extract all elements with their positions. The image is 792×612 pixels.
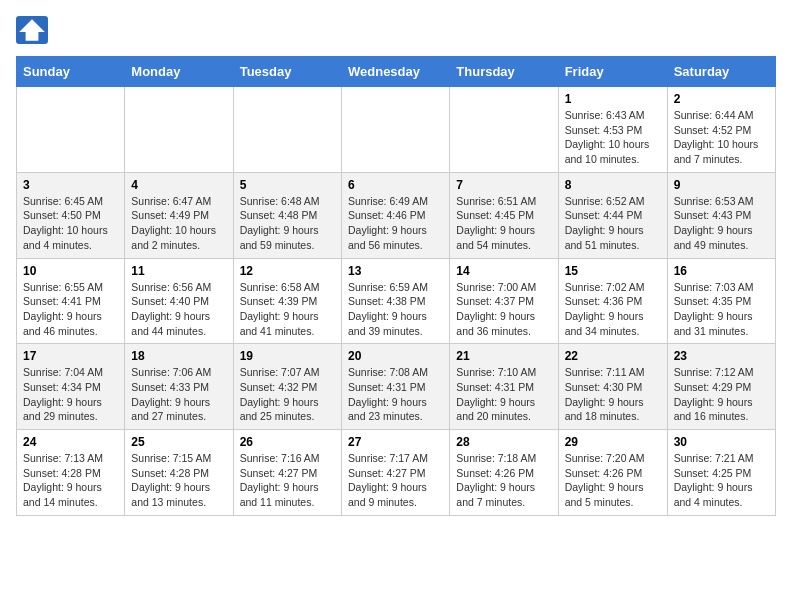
calendar-cell xyxy=(450,87,558,173)
week-row-3: 17Sunrise: 7:04 AM Sunset: 4:34 PM Dayli… xyxy=(17,344,776,430)
calendar-cell: 21Sunrise: 7:10 AM Sunset: 4:31 PM Dayli… xyxy=(450,344,558,430)
day-number: 22 xyxy=(565,349,661,363)
day-info: Sunrise: 7:20 AM Sunset: 4:26 PM Dayligh… xyxy=(565,451,661,510)
day-info: Sunrise: 7:04 AM Sunset: 4:34 PM Dayligh… xyxy=(23,365,118,424)
day-info: Sunrise: 6:59 AM Sunset: 4:38 PM Dayligh… xyxy=(348,280,443,339)
day-number: 4 xyxy=(131,178,226,192)
day-info: Sunrise: 6:58 AM Sunset: 4:39 PM Dayligh… xyxy=(240,280,335,339)
header-thursday: Thursday xyxy=(450,57,558,87)
calendar-cell: 13Sunrise: 6:59 AM Sunset: 4:38 PM Dayli… xyxy=(341,258,449,344)
calendar-cell xyxy=(233,87,341,173)
day-number: 6 xyxy=(348,178,443,192)
day-number: 13 xyxy=(348,264,443,278)
week-row-2: 10Sunrise: 6:55 AM Sunset: 4:41 PM Dayli… xyxy=(17,258,776,344)
day-info: Sunrise: 7:08 AM Sunset: 4:31 PM Dayligh… xyxy=(348,365,443,424)
day-info: Sunrise: 7:06 AM Sunset: 4:33 PM Dayligh… xyxy=(131,365,226,424)
day-info: Sunrise: 7:12 AM Sunset: 4:29 PM Dayligh… xyxy=(674,365,769,424)
calendar-cell: 1Sunrise: 6:43 AM Sunset: 4:53 PM Daylig… xyxy=(558,87,667,173)
day-info: Sunrise: 7:16 AM Sunset: 4:27 PM Dayligh… xyxy=(240,451,335,510)
day-info: Sunrise: 6:51 AM Sunset: 4:45 PM Dayligh… xyxy=(456,194,551,253)
day-info: Sunrise: 6:55 AM Sunset: 4:41 PM Dayligh… xyxy=(23,280,118,339)
day-info: Sunrise: 7:02 AM Sunset: 4:36 PM Dayligh… xyxy=(565,280,661,339)
calendar-cell: 23Sunrise: 7:12 AM Sunset: 4:29 PM Dayli… xyxy=(667,344,775,430)
day-info: Sunrise: 6:53 AM Sunset: 4:43 PM Dayligh… xyxy=(674,194,769,253)
calendar-cell xyxy=(341,87,449,173)
calendar-cell: 27Sunrise: 7:17 AM Sunset: 4:27 PM Dayli… xyxy=(341,430,449,516)
day-number: 3 xyxy=(23,178,118,192)
header-tuesday: Tuesday xyxy=(233,57,341,87)
day-info: Sunrise: 6:47 AM Sunset: 4:49 PM Dayligh… xyxy=(131,194,226,253)
day-number: 8 xyxy=(565,178,661,192)
calendar-header-row: SundayMondayTuesdayWednesdayThursdayFrid… xyxy=(17,57,776,87)
day-info: Sunrise: 7:17 AM Sunset: 4:27 PM Dayligh… xyxy=(348,451,443,510)
day-number: 16 xyxy=(674,264,769,278)
day-number: 28 xyxy=(456,435,551,449)
day-number: 20 xyxy=(348,349,443,363)
day-info: Sunrise: 7:13 AM Sunset: 4:28 PM Dayligh… xyxy=(23,451,118,510)
page-header xyxy=(16,16,776,44)
calendar-cell: 14Sunrise: 7:00 AM Sunset: 4:37 PM Dayli… xyxy=(450,258,558,344)
calendar-cell: 10Sunrise: 6:55 AM Sunset: 4:41 PM Dayli… xyxy=(17,258,125,344)
day-info: Sunrise: 6:44 AM Sunset: 4:52 PM Dayligh… xyxy=(674,108,769,167)
day-info: Sunrise: 6:48 AM Sunset: 4:48 PM Dayligh… xyxy=(240,194,335,253)
calendar-cell: 3Sunrise: 6:45 AM Sunset: 4:50 PM Daylig… xyxy=(17,172,125,258)
calendar-cell: 4Sunrise: 6:47 AM Sunset: 4:49 PM Daylig… xyxy=(125,172,233,258)
day-number: 2 xyxy=(674,92,769,106)
day-info: Sunrise: 6:43 AM Sunset: 4:53 PM Dayligh… xyxy=(565,108,661,167)
day-number: 7 xyxy=(456,178,551,192)
week-row-4: 24Sunrise: 7:13 AM Sunset: 4:28 PM Dayli… xyxy=(17,430,776,516)
header-sunday: Sunday xyxy=(17,57,125,87)
day-info: Sunrise: 6:49 AM Sunset: 4:46 PM Dayligh… xyxy=(348,194,443,253)
day-info: Sunrise: 7:10 AM Sunset: 4:31 PM Dayligh… xyxy=(456,365,551,424)
calendar-cell: 30Sunrise: 7:21 AM Sunset: 4:25 PM Dayli… xyxy=(667,430,775,516)
calendar-cell: 5Sunrise: 6:48 AM Sunset: 4:48 PM Daylig… xyxy=(233,172,341,258)
calendar-cell: 24Sunrise: 7:13 AM Sunset: 4:28 PM Dayli… xyxy=(17,430,125,516)
day-number: 23 xyxy=(674,349,769,363)
day-number: 15 xyxy=(565,264,661,278)
day-info: Sunrise: 7:15 AM Sunset: 4:28 PM Dayligh… xyxy=(131,451,226,510)
calendar-cell xyxy=(125,87,233,173)
day-number: 24 xyxy=(23,435,118,449)
calendar-cell: 20Sunrise: 7:08 AM Sunset: 4:31 PM Dayli… xyxy=(341,344,449,430)
header-saturday: Saturday xyxy=(667,57,775,87)
calendar-cell: 18Sunrise: 7:06 AM Sunset: 4:33 PM Dayli… xyxy=(125,344,233,430)
day-info: Sunrise: 6:56 AM Sunset: 4:40 PM Dayligh… xyxy=(131,280,226,339)
calendar-cell: 8Sunrise: 6:52 AM Sunset: 4:44 PM Daylig… xyxy=(558,172,667,258)
header-friday: Friday xyxy=(558,57,667,87)
logo xyxy=(16,16,52,44)
week-row-1: 3Sunrise: 6:45 AM Sunset: 4:50 PM Daylig… xyxy=(17,172,776,258)
calendar-cell: 15Sunrise: 7:02 AM Sunset: 4:36 PM Dayli… xyxy=(558,258,667,344)
day-info: Sunrise: 7:03 AM Sunset: 4:35 PM Dayligh… xyxy=(674,280,769,339)
day-number: 10 xyxy=(23,264,118,278)
day-number: 30 xyxy=(674,435,769,449)
calendar-cell: 17Sunrise: 7:04 AM Sunset: 4:34 PM Dayli… xyxy=(17,344,125,430)
day-number: 26 xyxy=(240,435,335,449)
day-info: Sunrise: 7:07 AM Sunset: 4:32 PM Dayligh… xyxy=(240,365,335,424)
week-row-0: 1Sunrise: 6:43 AM Sunset: 4:53 PM Daylig… xyxy=(17,87,776,173)
calendar-cell: 6Sunrise: 6:49 AM Sunset: 4:46 PM Daylig… xyxy=(341,172,449,258)
calendar-cell: 7Sunrise: 6:51 AM Sunset: 4:45 PM Daylig… xyxy=(450,172,558,258)
day-number: 12 xyxy=(240,264,335,278)
calendar-cell: 26Sunrise: 7:16 AM Sunset: 4:27 PM Dayli… xyxy=(233,430,341,516)
day-number: 1 xyxy=(565,92,661,106)
calendar-cell: 16Sunrise: 7:03 AM Sunset: 4:35 PM Dayli… xyxy=(667,258,775,344)
calendar-table: SundayMondayTuesdayWednesdayThursdayFrid… xyxy=(16,56,776,516)
calendar-cell: 19Sunrise: 7:07 AM Sunset: 4:32 PM Dayli… xyxy=(233,344,341,430)
day-info: Sunrise: 7:11 AM Sunset: 4:30 PM Dayligh… xyxy=(565,365,661,424)
calendar-cell: 22Sunrise: 7:11 AM Sunset: 4:30 PM Dayli… xyxy=(558,344,667,430)
header-wednesday: Wednesday xyxy=(341,57,449,87)
day-number: 27 xyxy=(348,435,443,449)
day-number: 19 xyxy=(240,349,335,363)
calendar-cell: 11Sunrise: 6:56 AM Sunset: 4:40 PM Dayli… xyxy=(125,258,233,344)
day-info: Sunrise: 6:45 AM Sunset: 4:50 PM Dayligh… xyxy=(23,194,118,253)
day-number: 21 xyxy=(456,349,551,363)
day-number: 5 xyxy=(240,178,335,192)
logo-icon xyxy=(16,16,48,44)
calendar-cell: 25Sunrise: 7:15 AM Sunset: 4:28 PM Dayli… xyxy=(125,430,233,516)
day-info: Sunrise: 6:52 AM Sunset: 4:44 PM Dayligh… xyxy=(565,194,661,253)
header-monday: Monday xyxy=(125,57,233,87)
calendar-cell xyxy=(17,87,125,173)
day-number: 17 xyxy=(23,349,118,363)
day-number: 25 xyxy=(131,435,226,449)
calendar-cell: 12Sunrise: 6:58 AM Sunset: 4:39 PM Dayli… xyxy=(233,258,341,344)
